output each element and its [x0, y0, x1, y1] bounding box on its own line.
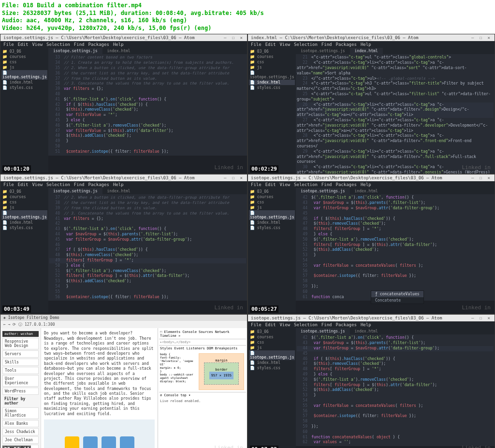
code-editor[interactable]: 42$('.filter-list a').on('click', functi…: [296, 334, 495, 446]
menubar[interactable]: FileEditViewSelectionFindPackagesHelp: [0, 41, 247, 48]
frame-4: isotope.settings.js — C:\Users\Morten\De…: [248, 174, 495, 314]
devtools[interactable]: ⬚ Elements Console Sources Network Timel…: [158, 328, 247, 448]
code-editor[interactable]: 21<"c-attr">class="c-tag">ul "c-attr">cl…: [296, 54, 495, 174]
frame-5: ◈ Isotope Filtering Demo ← → ⟳ ⓘ 127.0.0…: [0, 314, 248, 448]
browser-tab[interactable]: ◈ Isotope Filtering Demo: [0, 315, 247, 321]
editor-tabs[interactable]: isotope.settings.jsindex.html: [48, 48, 247, 54]
window-titlebar: isotope.settings.js — C:\Users\Morten\De…: [0, 34, 247, 41]
main-content: Do you want to become a web developer? N…: [41, 328, 158, 448]
address-bar[interactable]: ← → ⟳ ⓘ 127.0.0.1:300: [0, 321, 247, 328]
file-tree[interactable]: 📁 03_06 📁 courses 📁 css 📁 js 📄 isotope.s…: [0, 48, 48, 173]
illustration: [44, 419, 155, 448]
frame-3: isotope.settings.js — C:\Users\Morten\De…: [0, 174, 248, 314]
code-editor[interactable]: 42$('.filter-list a').on('click', functi…: [296, 194, 495, 301]
code-editor[interactable]: 37// 2. When a button is clicked, use th…: [48, 194, 247, 301]
filter-sidebar[interactable]: author: wcchan Responsive Web DesignServ…: [0, 328, 41, 448]
frame-6: isotope.settings.js — C:\Users\Morten\De…: [248, 314, 495, 448]
box-model: marginborder957 × 1935: [199, 353, 244, 390]
autocomplete-item[interactable]: ƒ concatenateValues: [371, 291, 423, 297]
file-metadata: File: 018 Build a combination filter.mp4…: [0, 0, 495, 34]
timestamp: 00:01:20: [2, 165, 31, 173]
autocomplete-item[interactable]: Concatenate: [371, 297, 423, 303]
code-editor[interactable]: 33// Filter content based on two factors…: [48, 54, 247, 155]
frame-1: isotope.settings.js — C:\Users\Morten\De…: [0, 34, 248, 174]
watermark: Linked in: [214, 164, 243, 171]
window-controls[interactable]: — ☐ ✕: [224, 35, 244, 40]
autocomplete-popup[interactable]: ƒ concatenateValues Concatenate: [371, 290, 424, 304]
frame-2: index.html — C:\Users\Morten\Desktop\exe…: [248, 34, 495, 174]
